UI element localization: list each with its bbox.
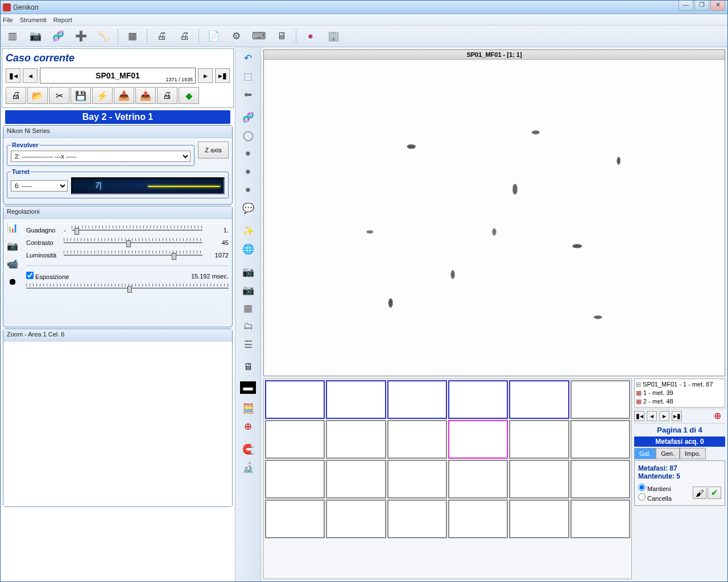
screen-icon[interactable]: ▬ bbox=[240, 381, 256, 394]
list-icon[interactable]: ☰ bbox=[238, 336, 258, 353]
maximize-button[interactable]: ❐ bbox=[694, 1, 709, 11]
layers-icon[interactable]: 🗂 bbox=[238, 318, 258, 335]
menu-tools[interactable]: Strumenti bbox=[20, 16, 47, 23]
z-axis-button[interactable]: Z axis bbox=[198, 142, 229, 159]
circle3-icon[interactable]: ● bbox=[238, 163, 258, 180]
page-first-button[interactable]: ▮◂ bbox=[634, 411, 644, 421]
brightness-slider[interactable] bbox=[64, 251, 202, 260]
metaphase-tree[interactable]: SP01_MF01 - 1 - met. 87 1 - met. 39 2 - … bbox=[634, 379, 725, 408]
camera-icon[interactable]: 📷 bbox=[26, 28, 45, 45]
camera3-icon[interactable]: 📷 bbox=[238, 263, 258, 280]
magnet-icon[interactable]: 🧲 bbox=[238, 440, 258, 458]
thumbnail[interactable] bbox=[509, 380, 569, 419]
page-last-button[interactable]: ▸▮ bbox=[672, 411, 682, 421]
tree-child-1[interactable]: 1 - met. 39 bbox=[636, 389, 723, 397]
revolver-select[interactable]: 2: --------------- ---x ----- bbox=[11, 151, 191, 162]
circle2-icon[interactable]: ● bbox=[238, 145, 258, 162]
thumbnail[interactable] bbox=[265, 420, 325, 459]
microscope-icon[interactable]: 🔬 bbox=[238, 459, 258, 476]
thumbnail[interactable] bbox=[387, 420, 447, 459]
thumbnail[interactable] bbox=[326, 500, 386, 538]
undo-icon[interactable]: ↶ bbox=[238, 49, 258, 66]
thumbnail[interactable] bbox=[387, 500, 447, 538]
menu-report[interactable]: Report bbox=[53, 16, 72, 23]
open-folder-icon[interactable]: 📂 bbox=[27, 87, 48, 104]
circle1-icon[interactable]: ◯ bbox=[238, 127, 258, 144]
blob-icon[interactable]: ● bbox=[301, 28, 320, 45]
thumbnail[interactable] bbox=[509, 420, 569, 459]
keyboard-icon[interactable]: ⌨ bbox=[249, 28, 268, 45]
tree-root[interactable]: SP01_MF01 - 1 - met. 87 bbox=[636, 380, 723, 389]
case-next-button[interactable]: ▸ bbox=[198, 68, 213, 83]
tab-gal[interactable]: Gal. bbox=[634, 448, 656, 459]
import-icon[interactable]: 📥 bbox=[114, 87, 134, 104]
target-icon[interactable]: ⊕ bbox=[714, 410, 725, 422]
contrast-slider[interactable] bbox=[64, 238, 202, 247]
thumbnail[interactable] bbox=[570, 380, 630, 419]
thumbnail[interactable] bbox=[326, 380, 386, 419]
building-icon[interactable]: 🏢 bbox=[324, 28, 343, 45]
viewer-image[interactable] bbox=[264, 60, 725, 376]
thumbnail[interactable] bbox=[509, 500, 569, 538]
thumbnail[interactable] bbox=[326, 460, 386, 498]
thumbnail[interactable] bbox=[570, 460, 630, 498]
page-next-button[interactable]: ▸ bbox=[659, 411, 669, 421]
case-name-field[interactable]: SP01_MF01 1371 / 1935 bbox=[40, 68, 196, 84]
print2-icon[interactable]: 🖨 bbox=[175, 28, 194, 45]
printer2-icon[interactable]: 🖨 bbox=[157, 87, 177, 104]
karyo-icon[interactable]: 🦴 bbox=[94, 28, 113, 45]
page-prev-button[interactable]: ◂ bbox=[647, 411, 657, 421]
thumbnail[interactable] bbox=[509, 460, 569, 498]
monitor-icon[interactable]: 🖥 bbox=[238, 359, 258, 376]
case-prev-button[interactable]: ◂ bbox=[23, 68, 38, 83]
turret-select[interactable]: 6: ----- bbox=[11, 180, 68, 192]
chromo-icon[interactable]: 🧬 bbox=[238, 109, 258, 126]
cut-icon[interactable]: ✂ bbox=[49, 87, 69, 104]
table-icon[interactable]: ▦ bbox=[123, 28, 142, 45]
close-button[interactable]: ✕ bbox=[710, 1, 725, 11]
exposure-slider[interactable] bbox=[26, 284, 229, 293]
circle4-icon[interactable]: ● bbox=[238, 181, 258, 198]
thumbnail[interactable] bbox=[265, 500, 325, 538]
back-icon[interactable]: ⬅ bbox=[238, 86, 258, 103]
confirm-button[interactable]: ✔ bbox=[708, 487, 721, 499]
sparkle-icon[interactable]: ✨ bbox=[238, 222, 258, 239]
layout-icon[interactable]: ▥ bbox=[3, 28, 22, 45]
bubble-icon[interactable]: 💬 bbox=[238, 199, 258, 217]
minimize-button[interactable]: — bbox=[679, 1, 693, 11]
thumbnail[interactable] bbox=[570, 500, 630, 538]
record-icon[interactable]: ⏺ bbox=[6, 277, 19, 289]
add-chromo-icon[interactable]: ➕ bbox=[71, 28, 90, 45]
case-first-button[interactable]: ▮◂ bbox=[6, 68, 20, 83]
brush-icon[interactable]: 🖌 bbox=[693, 487, 706, 499]
print-case-icon[interactable]: 🖨 bbox=[6, 87, 26, 104]
case-last-button[interactable]: ▸▮ bbox=[215, 68, 230, 83]
print-icon[interactable]: 🖨 bbox=[152, 28, 171, 45]
flash-icon[interactable]: ⚡ bbox=[92, 87, 113, 104]
stop-camera-icon[interactable]: 📷 bbox=[238, 281, 258, 298]
thumbnail[interactable] bbox=[448, 420, 508, 459]
keep-radio[interactable] bbox=[638, 484, 646, 491]
thumbnail[interactable] bbox=[265, 460, 325, 498]
grid-icon[interactable]: ▦ bbox=[238, 300, 258, 317]
delete-radio[interactable] bbox=[638, 493, 646, 501]
thumbnail[interactable] bbox=[326, 420, 386, 459]
calc-icon[interactable]: 🧮 bbox=[238, 400, 258, 417]
thumbnail[interactable] bbox=[570, 420, 630, 459]
doc-icon[interactable]: 📄 bbox=[204, 28, 223, 45]
thumbnail[interactable] bbox=[448, 500, 508, 538]
tab-impo[interactable]: Impo. bbox=[680, 448, 706, 459]
target2-icon[interactable]: ⊕ bbox=[238, 418, 258, 435]
chromo-pair-icon[interactable]: 🧬 bbox=[48, 28, 68, 45]
thumbnail[interactable] bbox=[265, 380, 325, 419]
diamond-icon[interactable]: ◆ bbox=[179, 87, 199, 104]
gain-slider[interactable] bbox=[72, 226, 202, 235]
export-icon[interactable]: 📤 bbox=[135, 87, 156, 104]
save-icon[interactable]: 💾 bbox=[71, 87, 91, 104]
tab-gen[interactable]: Gen. bbox=[656, 448, 680, 459]
globe-icon[interactable]: 🌐 bbox=[238, 240, 258, 257]
thumbnail[interactable] bbox=[387, 380, 447, 419]
server-icon[interactable]: 🖥 bbox=[272, 28, 291, 45]
thumbnail[interactable] bbox=[448, 460, 508, 498]
video-icon[interactable]: 📹 bbox=[6, 259, 19, 271]
